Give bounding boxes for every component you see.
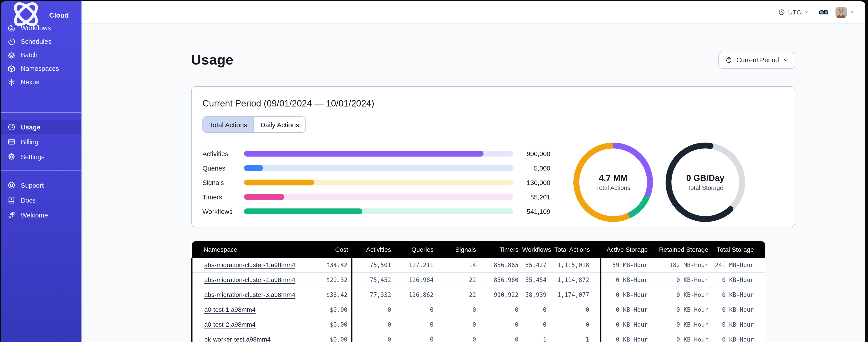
namespace-cell: abs-migration-cluster-3.a98mm4 [192, 287, 315, 302]
cell-workflows: 0 [522, 317, 550, 332]
cell-signals: 0 [437, 302, 479, 317]
namespace-link[interactable]: abs-migration-cluster-2.a98mm4 [204, 276, 295, 283]
table-row: abs-migration-cluster-3.a98mm4$38.4277,3… [192, 287, 765, 302]
cell-retained-storage: 0 KB-Hour [651, 272, 712, 287]
column-header-namespace: Namespace [192, 241, 315, 258]
avatar[interactable] [835, 6, 847, 18]
sidebar-spacer [1, 171, 81, 178]
cell-queries: 0 [395, 317, 437, 332]
namespace-link[interactable]: abs-migration-cluster-1.a98mm4 [204, 261, 295, 269]
summary-donuts: 4.7 MM Total Actions 0 GB/Day Total Stor… [574, 143, 745, 222]
cell-timers: 856,960 [479, 272, 522, 287]
cell-active-storage: 0 KB-Hour [601, 287, 651, 302]
sidebar-item-workflows[interactable]: Workflows [1, 21, 81, 35]
sidebar-nav-account: UsageBillingSettings [1, 119, 81, 164]
sidebar-item-usage[interactable]: Usage [1, 119, 81, 134]
sidebar-collapse-button[interactable] [73, 12, 75, 18]
donut-total-actions: 4.7 MM Total Actions [574, 143, 653, 222]
sidebar-item-batch[interactable]: Batch [1, 48, 81, 62]
sidebar-item-welcome[interactable]: Welcome [1, 208, 81, 223]
docs-icon [7, 196, 16, 204]
cell-queries: 0 [395, 332, 437, 342]
sidebar-nav-main: WorkflowsSchedulesBatchNamespacesNexus [1, 21, 81, 89]
cell-activities: 0 [352, 332, 395, 342]
glasses-icon[interactable] [818, 7, 829, 18]
schedules-icon [7, 37, 16, 46]
cell-total-storage: 241 MB-Hour [712, 258, 765, 272]
tab-total-actions[interactable]: Total Actions [203, 117, 253, 132]
cell-signals: 14 [437, 258, 479, 272]
cell-total-storage: 0 KB-Hour [712, 332, 765, 342]
cell-activities: 0 [352, 302, 395, 317]
column-header-workflows: Workflows [522, 241, 550, 258]
sidebar-item-label: Support [21, 181, 44, 189]
donut-center: 4.7 MM Total Actions [574, 143, 653, 222]
cell-queries: 127,211 [395, 258, 437, 272]
column-header-activities: Activities [352, 241, 395, 258]
cell-workflows: 58,939 [522, 287, 550, 302]
sidebar-item-label: Settings [21, 153, 44, 161]
cell-total-actions: 1,114,872 [550, 272, 601, 287]
bar-track [244, 151, 513, 157]
cell-queries: 0 [395, 302, 437, 317]
donut-label: Total Storage [687, 184, 723, 191]
sidebar-item-schedules[interactable]: Schedules [1, 35, 81, 48]
bar-value: 541,109 [513, 208, 550, 215]
column-header-signals: Signals [437, 241, 479, 258]
bar-value: 900,000 [513, 150, 550, 157]
namespace-cell: abs-migration-cluster-1.a98mm4 [192, 258, 315, 272]
namespace-cell: bk-worker-test.a98mm4 [192, 332, 315, 342]
cell-cost: $34.42 [315, 258, 352, 272]
account-menu-chevron-down-icon[interactable] [850, 9, 855, 15]
sidebar-item-settings[interactable]: Settings [1, 149, 81, 164]
cell-retained-storage: 0 KB-Hour [651, 317, 712, 332]
table-row: a0-test-2.a98mm4$0.000000000 KB-Hour0 KB… [192, 317, 765, 332]
column-header-queries: Queries [395, 241, 437, 258]
donut-value: 4.7 MM [599, 173, 628, 183]
bar-track [244, 165, 513, 171]
sidebar-item-label: Batch [21, 52, 37, 59]
cell-workflows: 55,427 [522, 258, 550, 272]
bar-label: Queries [203, 165, 244, 172]
clock-icon [778, 8, 785, 16]
cell-total-actions: 0 [550, 317, 601, 332]
cell-cost: $0.00 [315, 317, 352, 332]
cell-activities: 75,501 [352, 258, 395, 272]
topbar: UTC [82, 1, 865, 24]
tab-daily-actions[interactable]: Daily Actions [253, 117, 305, 132]
sidebar-item-billing[interactable]: Billing [1, 134, 81, 149]
sidebar-item-label: Nexus [21, 78, 39, 86]
sidebar-brand[interactable]: Cloud [1, 1, 81, 21]
sidebar-item-docs[interactable]: Docs [1, 193, 81, 208]
usage-card: Current Period (09/01/2024 — 10/01/2024)… [191, 86, 795, 228]
bar-value: 5,000 [513, 165, 550, 172]
namespace-link[interactable]: bk-worker-test.a98mm4 [204, 336, 271, 342]
cell-total-actions: 0 [550, 302, 601, 317]
stopwatch-icon [725, 57, 732, 64]
cell-timers: 0 [479, 302, 522, 317]
namespace-link[interactable]: abs-migration-cluster-3.a98mm4 [204, 291, 295, 298]
column-header-total-storage: Total Storage [712, 241, 765, 258]
sidebar-item-support[interactable]: Support [1, 178, 81, 193]
table-header-row: NamespaceCostActivitiesQueriesSignalsTim… [192, 241, 765, 258]
namespace-link[interactable]: a0-test-2.a98mm4 [204, 321, 255, 328]
timezone-selector[interactable]: UTC [778, 8, 809, 16]
namespace-usage-table: NamespaceCostActivitiesQueriesSignalsTim… [191, 241, 765, 342]
cell-retained-storage: 0 KB-Hour [651, 302, 712, 317]
cell-signals: 0 [437, 332, 479, 342]
sidebar-item-nexus[interactable]: Nexus [1, 75, 81, 89]
usage-icon [7, 123, 16, 131]
namespace-cell: a0-test-2.a98mm4 [192, 317, 315, 332]
cell-active-storage: 0 KB-Hour [601, 317, 651, 332]
bar-row-workflows: Workflows541,109 [203, 208, 550, 214]
cell-workflows: 0 [522, 302, 550, 317]
bar-fill [244, 151, 484, 157]
bar-track [244, 194, 513, 200]
sidebar-spacer [1, 89, 81, 112]
cell-workflows: 1 [522, 332, 550, 342]
namespace-link[interactable]: a0-test-1.a98mm4 [204, 306, 255, 313]
table-row: bk-worker-test.a98mm4$0.000000110 KB-Hou… [192, 332, 765, 342]
donut-center: 0 GB/Day Total Storage [665, 143, 745, 222]
sidebar-item-namespaces[interactable]: Namespaces [1, 62, 81, 75]
period-selector-button[interactable]: Current Period [718, 52, 795, 68]
